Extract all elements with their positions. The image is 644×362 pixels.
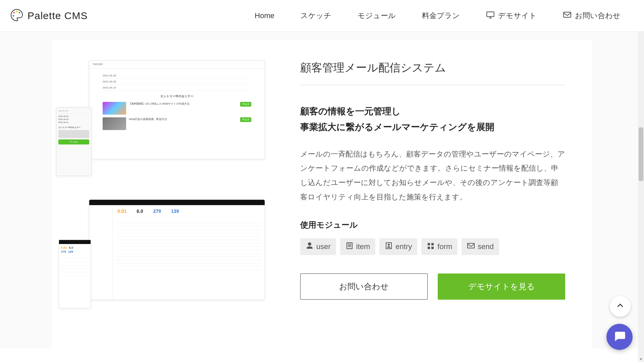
feature-screenshots: Sample 2021.06.30 2021.06.20 2021.06.15 … bbox=[65, 60, 273, 318]
nav-demo-label: デモサイト bbox=[498, 11, 537, 21]
screenshot-seminar-heading: エントリー中のセミナー bbox=[103, 94, 251, 99]
screenshot-entry-1: 【無料開催】UXに特化したWEBサイトの作成方法 bbox=[129, 102, 237, 106]
nav-plan[interactable]: 料金プラン bbox=[422, 11, 460, 21]
monitor-icon bbox=[486, 10, 495, 21]
svg-point-2 bbox=[19, 12, 20, 14]
svg-rect-5 bbox=[564, 12, 571, 17]
dashboard-mobile-metric-1: 0.01 bbox=[61, 246, 67, 249]
module-tag-send-label: send bbox=[478, 242, 494, 251]
brand-name: Palette CMS bbox=[28, 10, 88, 21]
nav-contact[interactable]: お問い合わせ bbox=[563, 10, 621, 21]
nav-module[interactable]: モジュール bbox=[358, 11, 396, 21]
module-tag-entry[interactable]: entry bbox=[379, 238, 417, 255]
nav-demo[interactable]: デモサイト bbox=[486, 10, 537, 21]
send-icon bbox=[467, 242, 475, 252]
nav-sketch[interactable]: スケッチ bbox=[301, 11, 331, 21]
form-icon bbox=[427, 242, 435, 252]
mail-icon bbox=[563, 10, 572, 21]
palette-logo-icon bbox=[10, 8, 23, 23]
feature-subhead-line-2: 事業拡大に繋がるメールマーケティングを展開 bbox=[300, 122, 494, 132]
modules-list: user item entry form send bbox=[300, 238, 565, 255]
screenshot-sample-mobile: マイページ 2021.06.302021.06.202021.06.15 エント… bbox=[56, 107, 92, 176]
feature-body: メールの一斉配信はもちろん、顧客データの管理やユーザーのマイページ、アンケートフ… bbox=[300, 147, 565, 205]
module-tag-item-label: item bbox=[356, 242, 370, 251]
module-tag-form-label: form bbox=[437, 242, 452, 251]
svg-rect-4 bbox=[487, 12, 494, 16]
svg-rect-9 bbox=[431, 243, 434, 245]
module-tag-item[interactable]: item bbox=[340, 238, 376, 255]
chevron-up-icon bbox=[616, 301, 625, 311]
page-scrollbar[interactable]: ▲ ▼ bbox=[638, 0, 644, 362]
module-tag-form[interactable]: form bbox=[421, 238, 458, 255]
nav-contact-label: お問い合わせ bbox=[575, 11, 621, 21]
dashboard-mobile-metric-2: 6.0 bbox=[69, 246, 73, 249]
dashboard-metric-3: 279 bbox=[153, 208, 161, 214]
feature-description: 顧客管理メール配信システム 顧客の情報を一元管理し 事業拡大に繋がるメールマーケ… bbox=[273, 60, 579, 318]
scroll-to-top-button[interactable] bbox=[610, 296, 631, 317]
svg-point-7 bbox=[388, 244, 390, 246]
feature-title: 顧客管理メール配信システム bbox=[300, 60, 565, 85]
user-icon bbox=[306, 242, 314, 252]
screenshot-sample-desktop: Sample 2021.06.30 2021.06.20 2021.06.15 … bbox=[89, 60, 265, 159]
svg-rect-10 bbox=[428, 247, 430, 249]
item-icon bbox=[345, 242, 354, 252]
module-tag-send[interactable]: send bbox=[462, 238, 499, 255]
nav-home[interactable]: Home bbox=[255, 11, 274, 20]
dashboard-metric-1: 0.01 bbox=[117, 208, 126, 214]
module-tag-user-label: user bbox=[316, 242, 331, 251]
svg-point-3 bbox=[13, 15, 14, 17]
demo-button[interactable]: デモサイトを見る bbox=[438, 274, 565, 300]
screenshot-sample-title: Sample bbox=[93, 62, 103, 66]
svg-point-1 bbox=[16, 11, 18, 12]
chat-widget-button[interactable] bbox=[606, 324, 633, 350]
screenshot-entry-2: WEB広告の基礎知識、配信方法 bbox=[129, 117, 237, 121]
svg-rect-8 bbox=[428, 243, 430, 245]
feature-subhead-line-1: 顧客の情報を一元管理し bbox=[300, 106, 401, 116]
chat-bubble-icon bbox=[613, 329, 626, 344]
dashboard-mobile-metric-3: 279 bbox=[61, 250, 66, 253]
svg-rect-11 bbox=[431, 247, 434, 249]
dashboard-metric-2: 6.0 bbox=[137, 208, 143, 214]
page-body: Sample 2021.06.30 2021.06.20 2021.06.15 … bbox=[0, 32, 644, 349]
scrollbar-down-arrow-icon[interactable]: ▼ bbox=[638, 356, 644, 362]
site-logo[interactable]: Palette CMS bbox=[10, 8, 88, 23]
site-header: Palette CMS Home スケッチ モジュール 料金プラン デモサイト … bbox=[0, 0, 644, 32]
modules-heading: 使用モジュール bbox=[300, 220, 565, 230]
cta-row: お問い合わせ デモサイトを見る bbox=[300, 274, 565, 300]
screenshot-dashboard-mobile: 0.01 6.0 279 139 bbox=[59, 240, 91, 308]
screenshot-dashboard-desktop: 0.01 6.0 279 139 bbox=[89, 199, 265, 300]
contact-button[interactable]: お問い合わせ bbox=[300, 274, 428, 300]
svg-point-0 bbox=[13, 12, 15, 14]
dashboard-metric-4: 139 bbox=[171, 208, 179, 214]
module-tag-entry-label: entry bbox=[395, 242, 412, 251]
primary-nav: Home スケッチ モジュール 料金プラン デモサイト お問い合わせ bbox=[255, 10, 637, 21]
module-tag-user[interactable]: user bbox=[300, 238, 336, 255]
scrollbar-thumb[interactable] bbox=[639, 127, 643, 181]
feature-card: Sample 2021.06.30 2021.06.20 2021.06.15 … bbox=[52, 40, 592, 349]
svg-rect-12 bbox=[468, 243, 474, 248]
entry-icon bbox=[385, 242, 393, 252]
feature-subhead: 顧客の情報を一元管理し 事業拡大に繋がるメールマーケティングを展開 bbox=[300, 104, 565, 135]
dashboard-mobile-metric-4: 139 bbox=[68, 250, 73, 253]
